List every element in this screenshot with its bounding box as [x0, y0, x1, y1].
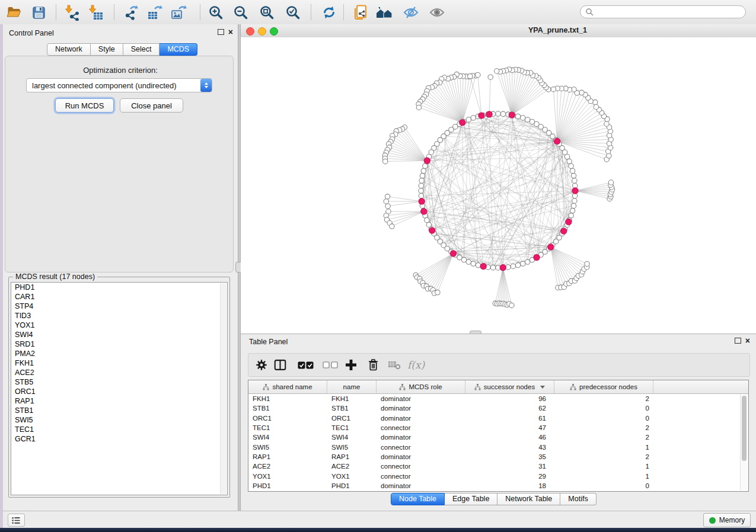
delete-table-icon[interactable]	[388, 358, 401, 371]
export-image-icon[interactable]	[170, 4, 187, 21]
mcds-result-item[interactable]: PHD1	[11, 283, 227, 292]
table-row[interactable]: YOX1YOX1connector291	[248, 471, 748, 480]
mcds-result-item[interactable]: STB5	[11, 377, 227, 387]
mcds-result-item[interactable]: STP4	[11, 302, 227, 311]
mcds-result-item[interactable]: CAR1	[11, 292, 227, 302]
float-table-panel-icon[interactable]	[735, 338, 741, 344]
table-cell: TEC1	[327, 424, 377, 431]
tab-select[interactable]: Select	[123, 43, 160, 56]
home-icon[interactable]	[375, 4, 393, 21]
criterion-select[interactable]: largest connected component (undirected)	[26, 78, 212, 92]
table-cell: connector	[377, 473, 465, 480]
table-scrollbar[interactable]	[740, 394, 748, 490]
table-row[interactable]: SWI5SWI5connector431	[248, 442, 748, 451]
refresh-icon[interactable]	[320, 4, 338, 21]
mcds-result-item[interactable]: STB1	[11, 406, 227, 415]
tab-node-table[interactable]: Node Table	[391, 493, 445, 505]
close-panel-button[interactable]: Close panel	[120, 98, 183, 113]
zoom-fit-icon[interactable]	[258, 4, 276, 21]
tab-edge-table[interactable]: Edge Table	[445, 493, 497, 505]
delete-column-icon[interactable]	[368, 358, 378, 371]
table-cell: 43	[465, 444, 554, 451]
zoom-out-icon[interactable]	[232, 4, 250, 21]
network-graph[interactable]	[241, 37, 756, 334]
close-table-panel-icon[interactable]: ×	[745, 338, 750, 344]
table-cell: dominator	[377, 405, 465, 412]
show-log-button[interactable]	[8, 514, 25, 527]
settings-gear-icon[interactable]	[256, 358, 267, 371]
mcds-result-item[interactable]: RAP1	[11, 396, 227, 406]
add-column-icon[interactable]	[345, 358, 357, 371]
search-input[interactable]	[596, 7, 745, 17]
mcds-result-item[interactable]: PMA2	[11, 349, 227, 358]
table-row[interactable]: STB1STB1dominator620	[248, 403, 748, 413]
export-network-icon[interactable]	[122, 4, 140, 21]
mcds-result-item[interactable]: YOX1	[11, 321, 227, 330]
table-cell: SWI5	[248, 444, 327, 451]
table-row[interactable]: ACE2ACE2connector311	[248, 462, 748, 471]
mcds-result-item[interactable]: ACE2	[11, 368, 227, 377]
table-cell: 1	[554, 444, 653, 451]
tab-network-table[interactable]: Network Table	[497, 493, 560, 505]
close-window-icon[interactable]	[246, 27, 254, 36]
deselect-all-icon[interactable]	[323, 358, 338, 371]
mcds-result-item[interactable]: SRD1	[11, 339, 227, 349]
memory-button[interactable]: Memory	[703, 513, 751, 527]
column-header-mcds-role[interactable]: MCDS role	[377, 380, 465, 393]
status-bar: Memory	[3, 511, 756, 528]
mcds-result-item[interactable]: TID3	[11, 311, 227, 321]
import-table-icon[interactable]	[87, 4, 104, 21]
export-table-icon[interactable]	[146, 4, 164, 21]
show-eye-icon[interactable]	[428, 4, 446, 21]
import-network-icon[interactable]	[63, 4, 81, 21]
table-row[interactable]: PHD1PHD1dominator180	[248, 481, 748, 491]
column-header-successor-nodes[interactable]: successor nodes	[465, 380, 554, 393]
zoom-selected-icon[interactable]	[284, 4, 302, 21]
run-mcds-button[interactable]: Run MCDS	[55, 98, 114, 113]
table-row[interactable]: TEC1TEC1connector472	[248, 423, 748, 432]
mcds-result-item[interactable]: SWI4	[11, 330, 227, 339]
table-header: shared name name MCDS role successor nod…	[248, 380, 748, 394]
column-header-predecessor-nodes[interactable]: predecessor nodes	[554, 380, 653, 393]
mcds-result-list[interactable]: PHD1CAR1STP4TID3YOX1SWI4SRD1PMA2FKH1ACE2…	[11, 282, 228, 495]
table-row[interactable]: SWI4SWI4dominator462	[248, 432, 748, 442]
mcds-result-item[interactable]: ORC1	[11, 387, 227, 396]
close-panel-icon[interactable]: ×	[228, 29, 233, 35]
save-session-icon[interactable]	[30, 4, 47, 21]
table-cell: 96	[465, 395, 554, 402]
maximize-window-icon[interactable]	[270, 27, 278, 36]
table-cell: 0	[554, 482, 653, 489]
zoom-in-icon[interactable]	[207, 4, 225, 21]
hide-selected-eye-icon[interactable]	[402, 4, 420, 21]
float-panel-icon[interactable]	[218, 29, 224, 35]
tab-style[interactable]: Style	[91, 43, 123, 56]
column-header-shared-name[interactable]: shared name	[248, 380, 327, 393]
network-title: YPA_prune.txt_1	[359, 26, 756, 34]
tab-network[interactable]: Network	[47, 43, 91, 56]
share-document-icon[interactable]	[352, 4, 370, 21]
criterion-value: largest connected component (undirected)	[27, 81, 200, 90]
column-header-name[interactable]: name	[327, 380, 377, 393]
network-window-titlebar[interactable]: YPA_prune.txt_1	[241, 24, 756, 38]
minimize-window-icon[interactable]	[258, 27, 266, 36]
mcds-result-item[interactable]: GCR1	[11, 434, 227, 444]
table-row[interactable]: FKH1FKH1dominator962	[248, 394, 748, 403]
mcds-result-item[interactable]: TEC1	[11, 425, 227, 434]
tab-motifs[interactable]: Motifs	[560, 493, 596, 505]
node-table: shared name name MCDS role successor nod…	[248, 380, 749, 492]
search-field[interactable]	[580, 5, 746, 18]
network-canvas[interactable]	[241, 37, 756, 334]
table-cell: 2	[554, 434, 653, 441]
mcds-result-item[interactable]: SWI5	[11, 415, 227, 425]
split-panel-icon[interactable]	[274, 358, 286, 371]
desktop-wallpaper	[0, 528, 756, 532]
tab-mcds[interactable]: MCDS	[160, 43, 197, 56]
mcds-result-item[interactable]: FKH1	[11, 358, 227, 368]
apply-function-icon[interactable]: f(x)	[407, 358, 425, 371]
scrollbar-thumb[interactable]	[742, 396, 747, 461]
table-row[interactable]: ORC1ORC1dominator610	[248, 414, 748, 423]
table-row[interactable]: RAP1RAP1dominator352	[248, 452, 748, 462]
select-all-icon[interactable]	[298, 358, 314, 371]
open-session-icon[interactable]	[5, 4, 23, 21]
list-scrollbar[interactable]	[220, 283, 227, 494]
